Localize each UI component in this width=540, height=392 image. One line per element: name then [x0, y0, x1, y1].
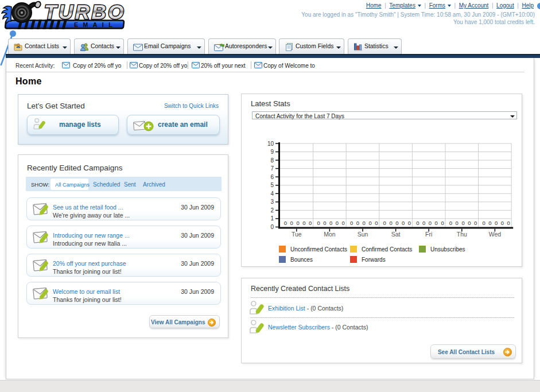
svg-text:0: 0	[441, 220, 444, 226]
svg-text:0: 0	[296, 220, 299, 226]
svg-text:10: 10	[267, 141, 274, 147]
svg-text:2: 2	[270, 207, 274, 214]
svg-text:0: 0	[488, 220, 491, 226]
svg-text:Sat: Sat	[391, 231, 401, 238]
svg-text:0: 0	[402, 220, 405, 226]
svg-text:Tue: Tue	[292, 231, 302, 238]
svg-text:0: 0	[422, 220, 425, 226]
svg-text:0: 0	[456, 220, 459, 226]
svg-text:0: 0	[284, 220, 287, 226]
svg-text:0: 0	[363, 220, 366, 226]
svg-text:0: 0	[309, 220, 312, 226]
svg-text:0: 0	[507, 220, 510, 226]
svg-text:0: 0	[290, 220, 293, 226]
svg-text:0: 0	[429, 220, 432, 226]
svg-text:4: 4	[270, 191, 274, 197]
svg-text:8: 8	[270, 157, 274, 164]
svg-text:5: 5	[270, 182, 274, 188]
svg-text:0: 0	[342, 220, 345, 226]
svg-text:0: 0	[356, 220, 359, 226]
svg-text:0: 0	[495, 220, 498, 226]
svg-text:Thu: Thu	[457, 231, 467, 238]
svg-text:0: 0	[375, 220, 378, 226]
svg-text:0: 0	[323, 220, 326, 226]
svg-text:Mon: Mon	[324, 231, 336, 238]
svg-text:7: 7	[270, 165, 274, 172]
svg-text:0: 0	[336, 220, 339, 226]
svg-text:0: 0	[416, 220, 419, 226]
svg-text:0: 0	[317, 220, 320, 226]
svg-text:0: 0	[302, 220, 305, 226]
svg-text:Wed: Wed	[489, 231, 502, 238]
svg-text:0: 0	[350, 220, 353, 226]
svg-text:Fri: Fri	[425, 231, 432, 238]
svg-text:0: 0	[408, 220, 411, 226]
svg-text:0: 0	[482, 220, 485, 226]
svg-text:0: 0	[468, 220, 471, 226]
svg-text:0: 0	[395, 220, 398, 226]
svg-text:6: 6	[270, 174, 274, 180]
svg-text:0: 0	[383, 220, 386, 226]
svg-text:0: 0	[501, 220, 504, 226]
svg-text:3: 3	[270, 199, 274, 205]
svg-text:0: 0	[461, 220, 464, 226]
svg-text:1: 1	[270, 215, 274, 222]
svg-text:Sun: Sun	[358, 231, 368, 238]
svg-text:0: 0	[449, 220, 452, 226]
svg-text:0: 0	[329, 220, 332, 226]
svg-text:0: 0	[389, 220, 392, 226]
svg-text:0: 0	[368, 220, 371, 226]
svg-text:9: 9	[270, 149, 274, 155]
svg-text:0: 0	[270, 224, 274, 230]
svg-text:0: 0	[474, 220, 477, 226]
svg-text:0: 0	[435, 220, 438, 226]
